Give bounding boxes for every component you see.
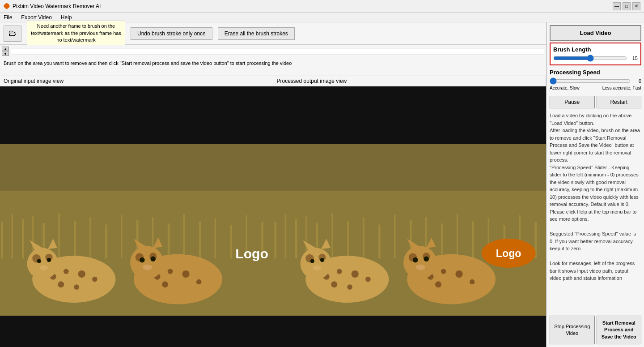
brush-length-slider[interactable] — [553, 55, 627, 62]
svg-point-93 — [310, 259, 314, 263]
original-frame: Logo — [0, 86, 273, 347]
close-button[interactable]: ✕ — [632, 2, 640, 10]
svg-point-88 — [301, 248, 332, 279]
speed-label-right: Less accurate, Fast — [602, 86, 641, 90]
svg-point-29 — [92, 277, 97, 282]
svg-rect-56 — [273, 86, 546, 144]
svg-point-31 — [74, 284, 79, 290]
svg-point-102 — [403, 246, 436, 279]
menu-export-video[interactable]: Export Video — [19, 13, 54, 21]
processing-speed-row: 0 — [550, 77, 641, 85]
menu-file[interactable]: File — [2, 13, 14, 21]
svg-rect-0 — [0, 86, 273, 144]
svg-point-32 — [27, 248, 59, 279]
svg-text:Logo: Logo — [496, 248, 521, 259]
svg-point-101 — [435, 281, 441, 287]
svg-rect-75 — [472, 221, 475, 258]
title-bar: Pixbim Video Watermark Remover AI — □ ✕ — [0, 0, 644, 13]
svg-point-100 — [470, 279, 475, 285]
image-frames: Logo — [0, 86, 546, 347]
speed-label-left: Accurate, Slow — [550, 86, 580, 90]
processing-speed-section: Processing Speed 0 Accurate, Slow Less a… — [550, 67, 641, 92]
svg-rect-62 — [285, 214, 286, 258]
info-content: Load a video by clicking on the above "L… — [550, 113, 641, 281]
processing-speed-value: 0 — [632, 78, 641, 84]
erase-label: Erase all the brush strokes — [225, 30, 288, 37]
svg-text:Logo: Logo — [235, 246, 268, 261]
svg-rect-10 — [58, 213, 59, 258]
svg-point-39 — [39, 265, 48, 270]
svg-rect-66 — [331, 213, 333, 258]
svg-point-86 — [331, 281, 337, 287]
brush-length-value: 15 — [629, 56, 638, 61]
speed-labels: Accurate, Slow Less accurate, Fast — [550, 86, 641, 90]
pause-button[interactable]: Pause — [550, 96, 595, 108]
load-video-label: Load Video — [580, 30, 611, 36]
svg-rect-63 — [295, 219, 297, 258]
svg-point-46 — [130, 246, 163, 279]
svg-point-28 — [78, 270, 85, 278]
svg-rect-19 — [199, 221, 201, 258]
processed-label: Processed output image view — [273, 76, 547, 86]
arrow-up-button[interactable]: ▲ — [2, 47, 9, 51]
svg-rect-21 — [230, 225, 233, 258]
instruction-area: Brush on the area you want to remove and… — [0, 58, 546, 76]
tooltip-box: Need another frame to brush on the text/… — [27, 21, 125, 46]
start-removal-label: Start Removal Process and Save the Video — [602, 320, 636, 339]
svg-point-52 — [150, 256, 156, 261]
svg-point-99 — [455, 270, 462, 278]
svg-point-51 — [140, 257, 145, 263]
app-icon — [4, 3, 10, 9]
svg-rect-69 — [378, 224, 381, 258]
brush-length-title: Brush Length — [553, 46, 638, 53]
svg-rect-54 — [0, 316, 273, 347]
svg-rect-74 — [457, 214, 458, 258]
title-bar-controls: — □ ✕ — [613, 2, 640, 10]
svg-rect-73 — [441, 223, 443, 258]
svg-rect-14 — [121, 214, 122, 258]
svg-point-98 — [441, 269, 446, 274]
pause-label: Pause — [564, 99, 580, 105]
arrow-down-button[interactable]: ▼ — [2, 51, 9, 56]
left-panel: 🗁 Need another frame to brush on the tex… — [0, 22, 547, 347]
toolbar: 🗁 Need another frame to brush on the tex… — [0, 22, 546, 45]
start-removal-button[interactable]: Start Removal Process and Save the Video — [597, 316, 642, 344]
original-label: Original input image view — [0, 76, 273, 86]
svg-rect-13 — [105, 224, 107, 258]
undo-label: Undo brush stroke only once — [137, 30, 206, 37]
image-views: Original input image view Processed outp… — [0, 76, 546, 347]
image-labels: Original input image view Processed outp… — [0, 76, 546, 86]
maximize-button[interactable]: □ — [623, 2, 631, 10]
folder-icon: 🗁 — [8, 29, 17, 38]
erase-button[interactable]: Erase all the brush strokes — [218, 27, 295, 40]
menu-help[interactable]: Help — [59, 13, 74, 21]
svg-point-27 — [64, 269, 69, 274]
open-folder-button[interactable]: 🗁 — [4, 26, 21, 42]
svg-point-83 — [337, 269, 342, 274]
restart-button[interactable]: Restart — [597, 96, 642, 108]
stop-processing-button[interactable]: Stop Processing Video — [550, 316, 595, 344]
svg-point-108 — [424, 256, 429, 261]
original-scene: Logo — [0, 86, 273, 347]
load-video-button[interactable]: Load Video — [550, 25, 641, 41]
svg-point-109 — [416, 265, 425, 270]
main-container: 🗁 Need another frame to brush on the tex… — [0, 22, 644, 347]
brush-section: Brush Length 15 — [550, 43, 641, 65]
svg-point-44 — [196, 279, 202, 285]
app-title: Pixbim Video Watermark Remover AI — [13, 3, 101, 9]
svg-rect-18 — [183, 214, 185, 258]
svg-point-37 — [37, 259, 41, 263]
svg-rect-61 — [274, 222, 276, 258]
svg-point-43 — [182, 270, 189, 278]
minimize-button[interactable]: — — [613, 2, 621, 10]
processing-speed-slider[interactable] — [550, 77, 631, 85]
svg-point-53 — [143, 265, 152, 270]
instruction-text: Brush on the area you want to remove and… — [4, 60, 292, 66]
svg-rect-7 — [22, 219, 24, 258]
tooltip-text: Need another frame to brush on the text/… — [31, 23, 121, 43]
restart-label: Restart — [610, 99, 627, 105]
undo-button[interactable]: Undo brush stroke only once — [131, 27, 212, 40]
progress-bar — [11, 48, 544, 55]
svg-rect-17 — [168, 223, 170, 258]
svg-rect-12 — [89, 217, 91, 258]
